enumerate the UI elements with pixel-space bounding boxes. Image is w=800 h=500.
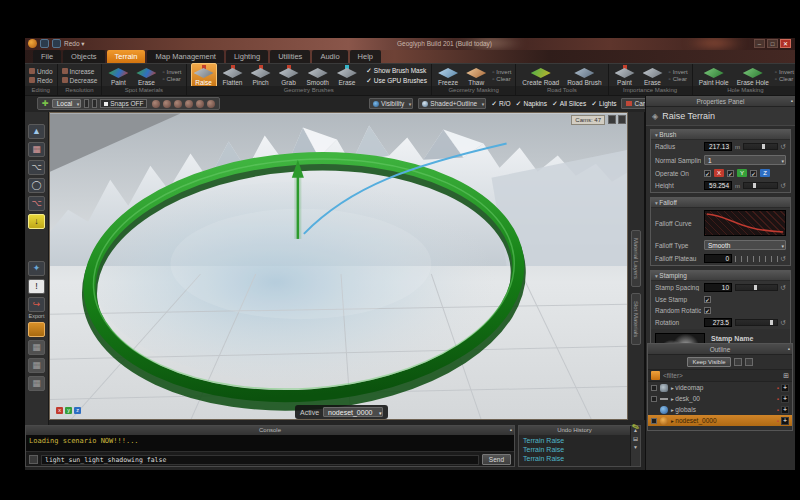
y-axis-checkbox[interactable]: ✓ [727,170,734,177]
close-icon[interactable]: ▪ [791,96,793,107]
importance-erase-button[interactable]: Erase [641,64,665,87]
redo-button[interactable]: Redo [29,77,53,84]
falloff-type-dropdown[interactable]: Smooth [704,240,786,250]
scroll-down-icon[interactable]: ▼ [633,444,638,450]
image-layer-tool[interactable]: ▦ [28,142,45,157]
visibility-toggle-icon[interactable]: ▪ [777,407,779,413]
slider-reset-icon[interactable]: ↺ [781,284,786,292]
pinch-brush-button[interactable]: Pinch [249,64,273,87]
console-header[interactable]: Console ▪ [26,426,514,435]
visibility-dropdown[interactable]: Visibility [369,98,413,109]
trash-icon[interactable]: ⊟ [633,435,638,442]
flatten-brush-button[interactable]: Flatten [221,64,245,87]
radius-slider[interactable] [743,143,778,150]
stamp-spacing-value[interactable]: 10 [704,283,732,292]
paint-hole-button[interactable]: Paint Hole [697,64,731,87]
outliner-option-icon[interactable] [745,358,753,366]
tab-lighting[interactable]: Lighting [226,50,268,63]
coordinate-space-dropdown[interactable]: Local [52,99,82,108]
transform-toggle-icon[interactable] [84,99,89,108]
maximize-button[interactable]: □ [767,39,778,48]
snap-option-icon[interactable] [185,100,193,108]
undo-entry[interactable]: Terrain Raise [523,445,626,454]
undo-entry[interactable]: Terrain Raise [523,454,626,463]
tree-row-nodeset-selected[interactable]: nodeset_0000 ▪+ [648,415,792,426]
erase-brush-button[interactable]: Erase [335,64,359,87]
add-icon[interactable]: + [781,384,789,392]
show-brush-mask-checkbox[interactable]: Show Brush Mask [366,67,427,75]
tab-audio[interactable]: Audio [312,50,347,63]
spot-clear-button[interactable]: Clear [162,76,181,82]
snap-option-icon[interactable] [174,100,182,108]
active-nodeset-dropdown[interactable]: nodeset_0000 [323,407,383,417]
academy-tool[interactable]: ✦ [28,261,45,276]
tree-row-globals[interactable]: globals ▪+ [648,404,792,415]
visibility-toggle-icon[interactable]: ▪ [777,385,779,391]
app-logo-icon[interactable] [28,39,37,48]
snap-option-icon[interactable] [207,100,215,108]
hole-clear-button[interactable]: Clear [775,76,794,82]
filter-icon[interactable] [651,371,660,380]
falloff-curve-editor[interactable] [704,210,786,236]
thaw-button[interactable]: Thaw [464,64,488,87]
stamp-spacing-slider[interactable] [735,284,778,291]
smooth-brush-button[interactable]: Smooth [305,64,331,87]
ro-checkbox[interactable]: R/O [491,100,510,108]
freeze-button[interactable]: Freeze [436,64,460,87]
snap-option-icon[interactable] [152,100,160,108]
node-graph-tool[interactable]: ⌥ [28,160,45,175]
erase-hole-button[interactable]: Erase Hole [735,64,771,87]
x-axis-checkbox[interactable]: ✓ [704,170,711,177]
visibility-toggle-icon[interactable]: ▪ [777,418,779,424]
height-slider[interactable] [743,182,778,189]
importance-clear-button[interactable]: Clear [669,76,688,82]
road-brush-button[interactable]: Road Brush [565,64,603,87]
node-network-tool[interactable]: ⌥ [28,196,45,211]
falloff-plateau-value[interactable]: 0 [704,254,732,263]
warnings-tool[interactable]: ! [28,279,45,294]
slider-reset-icon[interactable]: ↺ [781,182,786,190]
napkins-checkbox[interactable]: Napkins [516,100,547,108]
properties-panel-header[interactable]: Properties Panel ▪ [646,96,795,107]
shading-mode-dropdown[interactable]: Shaded+Outline [418,98,486,109]
close-icon[interactable]: ▪ [788,344,790,355]
raise-brush-button[interactable]: Raise [191,63,217,88]
row-checkbox[interactable] [651,385,657,391]
masking-invert-button[interactable]: Invert [492,69,511,75]
create-road-button[interactable]: Create Road [520,64,561,87]
height-value[interactable]: 59.254 [704,181,732,190]
lights-checkbox[interactable]: Lights [591,100,616,108]
radius-value[interactable]: 217.13 [704,142,732,151]
undo-entry[interactable]: Terrain Raise [523,436,626,445]
plateau-slider[interactable] [735,256,778,262]
tab-terrain[interactable]: Terrain [107,50,146,63]
sphere-tool[interactable]: ◯ [28,178,45,193]
undo-history-header[interactable]: Undo History [519,426,630,435]
increase-button[interactable]: Increase [62,68,98,75]
importance-invert-button[interactable]: Invert [669,69,688,75]
redo-dropdown[interactable]: Redo ▾ [64,40,85,48]
grid-tool-2[interactable]: ▦ [28,358,45,373]
add-icon[interactable]: + [781,395,789,403]
terrain-view-tool[interactable]: ▲ [28,124,45,139]
z-axis-checkbox[interactable]: ✓ [750,170,757,177]
close-button[interactable]: ✕ [780,39,791,48]
expand-all-icon[interactable]: ⊞ [783,372,789,380]
snap-option-icon[interactable] [196,100,204,108]
tree-row-videomap[interactable]: videomap ▪+ [648,382,792,393]
rotation-slider[interactable] [735,319,778,326]
hole-invert-button[interactable]: Invert [775,69,794,75]
tab-utilities[interactable]: Utilities [270,50,310,63]
slider-reset-icon[interactable]: ↺ [781,143,786,151]
slider-reset-icon[interactable]: ↺ [781,319,786,327]
grid-tool-1[interactable]: ▦ [28,340,45,355]
swatch-tool[interactable] [28,322,45,337]
tab-slot-materials[interactable]: Slot Materials [631,293,641,345]
outliner-option-icon[interactable] [734,358,742,366]
spot-paint-button[interactable]: Paint [106,64,130,87]
send-button[interactable]: Send [482,454,511,465]
slider-reset-icon[interactable]: ↺ [781,255,786,263]
tab-material-layers[interactable]: Material Layers [631,230,641,287]
viewport-option-icon[interactable] [608,115,616,124]
spot-invert-button[interactable]: Invert [162,69,181,75]
